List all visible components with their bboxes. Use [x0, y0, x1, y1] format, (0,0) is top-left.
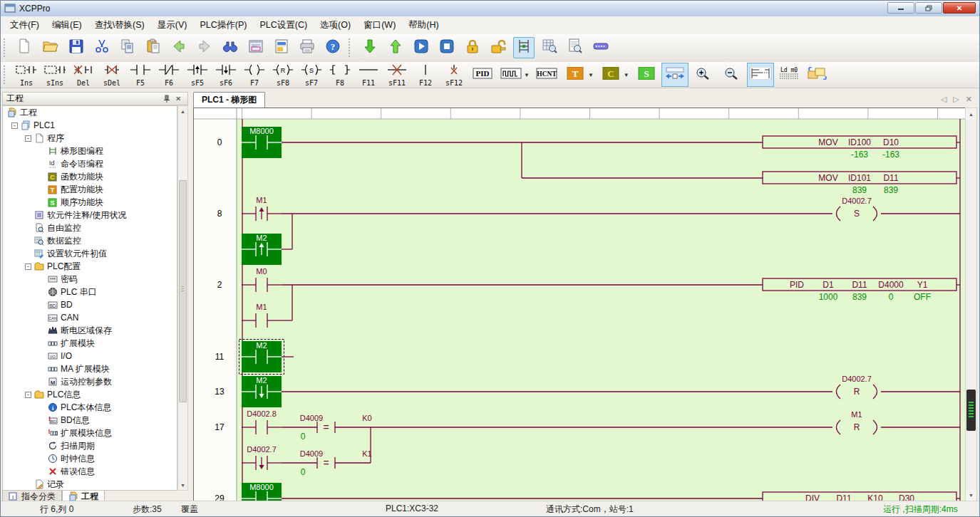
tree-item[interactable]: 时钟信息 — [3, 452, 177, 465]
tree-item[interactable]: I/OI/O — [3, 350, 177, 362]
scrollbar-thumb[interactable] — [179, 180, 187, 402]
ladder-view-button[interactable] — [747, 63, 774, 87]
del-hline-button[interactable]: sF11 — [383, 63, 411, 87]
tree-item[interactable]: -程序 — [3, 132, 177, 145]
closed-contact-button[interactable]: F6 — [155, 63, 182, 87]
contact-M2[interactable]: M2 — [239, 340, 284, 375]
find-button[interactable] — [220, 37, 241, 58]
open-button[interactable] — [40, 37, 61, 58]
scrollbar-thumb[interactable] — [966, 390, 976, 431]
datamon-button[interactable] — [539, 37, 560, 58]
print-button[interactable] — [296, 37, 318, 58]
tree-item[interactable]: BDBD — [3, 298, 177, 311]
chevron-down-icon[interactable]: ▼ — [588, 72, 594, 78]
help-button[interactable]: ? — [322, 37, 344, 58]
comment-button[interactable] — [271, 37, 292, 58]
tree-item[interactable]: CANCAN — [3, 311, 177, 324]
upload-button[interactable] — [385, 37, 406, 58]
tree-expander-icon[interactable]: - — [25, 135, 31, 142]
toolbar-grip[interactable] — [349, 38, 354, 57]
project-tree-scrollbar[interactable]: ▲ ▼ — [177, 105, 188, 491]
menu-window[interactable]: 窗口(W) — [357, 16, 402, 34]
tree-item[interactable]: -PLC1 — [3, 119, 177, 132]
redo-button[interactable] — [194, 37, 215, 58]
tab-next-icon[interactable]: ▷ — [953, 95, 959, 104]
minimize-button[interactable] — [887, 2, 914, 14]
tree-item[interactable]: 断电区域保存 — [3, 324, 177, 337]
ladder-canvas[interactable]: 08211131729MOVID100D10-163-163MOVID101D1… — [194, 108, 966, 502]
sins-button[interactable]: sIns — [41, 63, 68, 87]
rising-contact-button[interactable]: sF5 — [184, 63, 211, 87]
run-button[interactable] — [411, 37, 432, 58]
restore-button[interactable] — [915, 2, 942, 14]
download-button[interactable] — [359, 37, 381, 58]
progcheck-button[interactable] — [564, 37, 586, 58]
unlock-button[interactable] — [488, 37, 509, 58]
contact-M2[interactable]: M2 — [242, 376, 282, 407]
scroll-up-icon[interactable]: ▲ — [178, 106, 187, 116]
document-tab[interactable]: PLC1 - 梯形图 — [193, 92, 265, 108]
stop-button[interactable] — [436, 37, 458, 58]
ladder-convert-button[interactable] — [804, 63, 831, 87]
hcnt-button[interactable]: HCNT — [533, 63, 560, 87]
tab-close-icon[interactable]: ✕ — [966, 95, 972, 104]
menu-help[interactable]: 帮助(H) — [402, 16, 445, 34]
tree-item[interactable]: T配置功能块 — [3, 183, 177, 196]
chevron-down-icon[interactable]: ▼ — [624, 72, 629, 78]
pin-icon[interactable] — [163, 95, 171, 103]
reset-coil-button[interactable]: RsF8 — [269, 63, 296, 87]
menu-plc-operate[interactable]: PLC操作(P) — [193, 16, 253, 34]
tree-expander-icon[interactable]: - — [25, 263, 31, 270]
tree-item[interactable]: !扩展模块信息 — [3, 427, 177, 439]
contact-M2[interactable]: M2 — [242, 234, 282, 265]
vline-button[interactable]: F12 — [412, 63, 439, 87]
tree-item[interactable]: -PLC信息 — [3, 388, 177, 401]
tree-item[interactable]: 设置软元件初值 — [3, 247, 177, 260]
menu-options[interactable]: 选项(O) — [314, 16, 357, 34]
tree-item[interactable]: BD!BD信息 — [3, 414, 177, 427]
out-coil-button[interactable]: F7 — [241, 63, 268, 87]
tree-item[interactable]: 扩展模块 — [3, 337, 177, 350]
tree-item[interactable]: 数据监控 — [3, 234, 177, 247]
tree-item[interactable]: 扫描周期 — [3, 439, 177, 452]
scroll-down-icon[interactable]: ▼ — [178, 480, 187, 490]
tab-prev-icon[interactable]: ◁ — [941, 95, 947, 104]
zoom-in-button[interactable] — [690, 63, 717, 87]
tree-item[interactable]: iPLC本体信息 — [3, 401, 177, 414]
ladder-editor[interactable]: 08211131729MOVID100D10-163-163MOVID101D1… — [193, 108, 966, 502]
contact-M8000[interactable]: M8000 — [242, 483, 282, 502]
falling-contact-button[interactable]: sF6 — [212, 63, 239, 87]
counter-button[interactable]: C▼ — [597, 63, 631, 87]
del-button[interactable]: Del — [70, 63, 97, 87]
pid-button[interactable]: PID — [469, 63, 496, 87]
undo-button[interactable] — [168, 37, 190, 58]
com-button[interactable] — [590, 37, 612, 58]
tree-expander-icon[interactable]: - — [25, 392, 31, 398]
tree-item[interactable]: S顺序功能块 — [3, 196, 177, 209]
tree-item[interactable]: ***密码 — [3, 273, 177, 286]
cut-button[interactable] — [91, 37, 113, 58]
menu-plc-config[interactable]: PLC设置(C) — [253, 16, 314, 34]
window-expand-button[interactable] — [661, 63, 688, 87]
copy-button[interactable] — [117, 37, 138, 58]
tree-item[interactable]: 自由监控 — [3, 221, 177, 234]
tree-item[interactable]: 梯形图编程 — [3, 145, 177, 157]
menu-file[interactable]: 文件(F) — [4, 16, 46, 34]
menu-edit[interactable]: 编辑(E) — [46, 16, 88, 34]
tree-item[interactable]: C函数功能块 — [3, 170, 177, 183]
tree-item[interactable]: 工程 — [3, 106, 177, 119]
hline-button[interactable]: F11 — [355, 63, 382, 87]
lock-button[interactable] — [462, 37, 483, 58]
tree-item[interactable]: PLC 串口 — [3, 286, 177, 298]
tree-item[interactable]: 记录 — [3, 478, 177, 491]
zoom-out-button[interactable] — [718, 63, 746, 87]
save-button[interactable] — [66, 37, 87, 58]
tree-expander-icon[interactable]: - — [11, 122, 18, 129]
tree-item[interactable]: -PLC配置 — [3, 260, 177, 273]
tree-item[interactable]: MA 扩展模块 — [3, 362, 177, 375]
tree-item[interactable]: Id命令语编程 — [3, 157, 177, 170]
ladder-scrollbar[interactable]: ▲ ▼ — [965, 108, 977, 501]
contact-M8000[interactable]: M8000 — [242, 127, 282, 158]
chevron-down-icon[interactable]: ▼ — [524, 72, 530, 78]
menu-view[interactable]: 显示(V) — [151, 16, 194, 34]
